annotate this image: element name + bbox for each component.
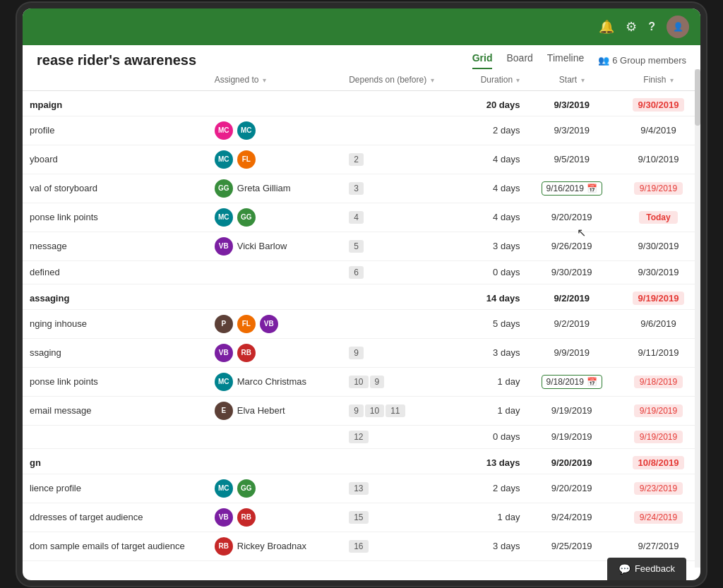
start-cell[interactable]: 9/3/2019	[527, 116, 616, 145]
col-header-depends[interactable]: Depends on (before) ▾	[342, 69, 460, 91]
start-cell[interactable]: 9/19/2019	[527, 425, 616, 448]
task-name	[23, 425, 208, 448]
duration-cell: 3 days	[460, 532, 527, 560]
start-cell[interactable]: 9/26/2019	[527, 232, 616, 260]
sort-icon: ▾	[263, 76, 266, 84]
assigned-cell: VBRB	[208, 503, 342, 532]
start-cell[interactable]: 9/20/2019	[527, 203, 616, 232]
depends-cell: 12	[342, 425, 460, 448]
tab-timeline[interactable]: Timeline	[547, 52, 584, 69]
start-cell[interactable]: 9/19/2019	[527, 396, 616, 425]
date-normal: 9/30/2019	[638, 267, 679, 277]
assigned-cell: VBRB	[208, 338, 342, 367]
group-assigned	[208, 284, 342, 309]
start-cell[interactable]: 9/24/2019	[527, 503, 616, 532]
dep-badge: 12	[349, 431, 368, 443]
avatar: VB	[215, 237, 233, 256]
start-cell[interactable]: 9/2/2019	[527, 309, 616, 338]
calendar-icon: 📅	[587, 377, 597, 387]
avatar: VB	[260, 315, 278, 333]
avatar[interactable]: 👤	[667, 16, 689, 38]
gear-icon[interactable]: ⚙	[626, 19, 637, 35]
date-normal: 9/20/2019	[551, 212, 592, 222]
date-with-icon[interactable]: 9/16/2019📅	[542, 181, 602, 196]
table-row: message VB Vicki Barlow 5 3 days 9/26/20…	[23, 232, 700, 260]
sort-icon: ▾	[516, 76, 520, 84]
finish-cell: 9/10/2019	[616, 145, 700, 174]
date-normal: 9/10/2019	[638, 154, 679, 164]
assigned-cell	[208, 425, 342, 448]
date-highlight-badge: 9/19/2019	[634, 431, 683, 443]
depends-cell: 9	[342, 338, 460, 367]
depends-cell: 4	[342, 203, 460, 232]
assigned-cell: RB Rickey Broadnax	[208, 532, 342, 560]
table-wrapper[interactable]: Assigned to ▾ Depends on (before) ▾ Dura…	[23, 69, 700, 568]
start-cell[interactable]: 9/9/2019	[527, 338, 616, 367]
assigned-name: Elva Hebert	[237, 405, 285, 416]
col-header-start[interactable]: Start ▾	[527, 69, 616, 91]
sort-icon: ▾	[581, 76, 585, 84]
dep-badge: 4	[349, 211, 364, 224]
date-highlight-badge: 9/19/2019	[634, 404, 683, 417]
col-header-finish[interactable]: Finish ▾	[616, 69, 700, 91]
main-table: Assigned to ▾ Depends on (before) ▾ Dura…	[23, 69, 700, 561]
avatar: RB	[237, 508, 256, 527]
task-name: dom sample emails of target audience	[23, 532, 208, 560]
start-cell[interactable]: 9/5/2019	[527, 145, 616, 174]
task-name: defined	[23, 260, 208, 284]
assigned-cell: VB Vicki Barlow	[208, 232, 342, 260]
finish-cell: 9/18/2019	[616, 367, 700, 396]
table-body: mpaign 20 days 9/3/2019 9/30/2019 profil…	[23, 90, 700, 560]
date-with-icon[interactable]: 9/18/2019📅	[542, 375, 602, 389]
depends-cell	[342, 116, 460, 145]
bell-icon[interactable]: 🔔	[599, 19, 614, 35]
duration-cell: 1 day	[460, 396, 527, 425]
feedback-button[interactable]: 💬 Feedback	[607, 558, 686, 580]
finish-cell: Today	[616, 203, 700, 232]
date-normal: 9/5/2019	[554, 154, 590, 164]
duration-cell: 4 days	[460, 203, 527, 232]
tablet-frame: 🔔 ⚙ ? 👤 rease rider's awareness Grid Boa…	[23, 8, 700, 580]
col-header-assigned[interactable]: Assigned to ▾	[208, 69, 342, 91]
scrollbar-track[interactable]	[695, 69, 700, 568]
start-cell[interactable]: 9/16/2019📅	[527, 174, 616, 203]
dep-badge: 2	[349, 153, 364, 166]
start-cell[interactable]: 9/30/2019	[527, 260, 616, 284]
header-bar: 🔔 ⚙ ? 👤	[23, 8, 700, 45]
task-name: profile	[23, 116, 208, 145]
avatar: RB	[237, 344, 256, 362]
duration-cell: 0 days	[460, 260, 527, 284]
duration-cell: 3 days	[460, 232, 527, 260]
duration-cell: 2 days	[460, 474, 527, 503]
finish-cell: 9/19/2019	[616, 174, 700, 203]
date-normal: 9/11/2019	[638, 347, 679, 358]
duration-cell: 5 days	[460, 309, 527, 338]
finish-cell: 9/30/2019	[616, 232, 700, 260]
depends-cell: 6	[342, 260, 460, 284]
group-duration: 13 days	[460, 448, 527, 474]
group-name: assaging	[23, 284, 208, 309]
depends-cell	[342, 309, 460, 338]
avatar: FL	[237, 315, 256, 333]
date-normal: 9/24/2019	[551, 512, 592, 522]
scrollbar-thumb[interactable]	[695, 69, 700, 126]
duration-cell: 4 days	[460, 145, 527, 174]
help-icon[interactable]: ?	[648, 20, 655, 33]
col-header-duration[interactable]: Duration ▾	[460, 69, 527, 91]
group-header-row: mpaign 20 days 9/3/2019 9/30/2019	[23, 90, 700, 116]
start-cell[interactable]: 9/25/2019	[527, 532, 616, 560]
start-cell[interactable]: 9/18/2019📅	[527, 367, 616, 396]
assigned-name: Greta Gilliam	[237, 183, 291, 193]
assigned-cell: MCGG	[208, 474, 342, 503]
task-name: ponse link points	[23, 367, 208, 396]
table-row: lience profile MCGG 13 2 days 9/20/2019 …	[23, 474, 700, 503]
avatar: P	[215, 315, 233, 333]
dep-badge: 3	[349, 182, 364, 195]
tab-board[interactable]: Board	[506, 52, 532, 69]
tab-grid[interactable]: Grid	[472, 52, 493, 69]
table-row: val of storyboard GG Greta Gilliam 3 4 d…	[23, 174, 700, 203]
assigned-cell: MCMC	[208, 116, 342, 145]
group-start: 9/3/2019	[527, 90, 616, 116]
table-row: nging inhouse PFLVB 5 days 9/2/2019 9/6/…	[23, 309, 700, 338]
start-cell[interactable]: 9/20/2019	[527, 474, 616, 503]
